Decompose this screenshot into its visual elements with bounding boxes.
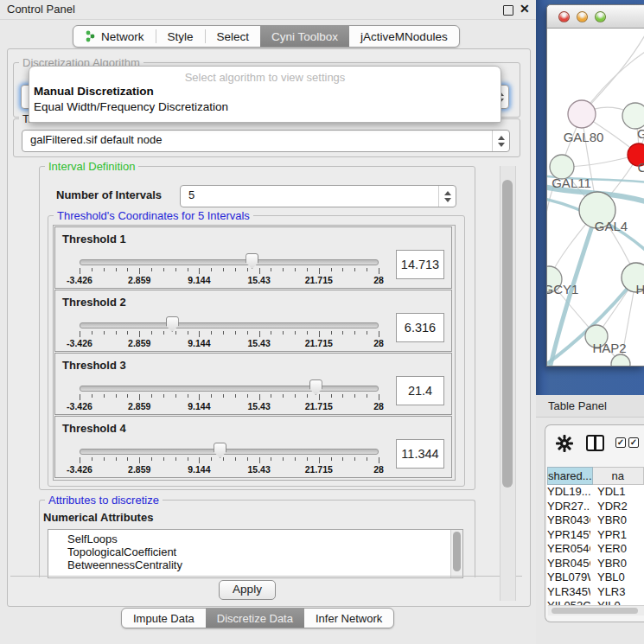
combo-spinner-icon[interactable]	[492, 131, 509, 151]
tick-label: 15.43	[247, 338, 270, 348]
threshold-value-field[interactable]: 14.713	[396, 250, 444, 279]
tick-mark	[342, 331, 343, 335]
split-columns-icon[interactable]	[586, 435, 604, 451]
zoom-traffic-light-icon[interactable]	[595, 11, 606, 22]
tick-label: 28	[373, 338, 384, 348]
list-scrollbar[interactable]	[450, 530, 462, 577]
close-traffic-light-icon[interactable]	[558, 11, 570, 22]
network-canvas[interactable]: GAL80G.CGAL11GAL4GCY1HHAP2	[547, 29, 644, 366]
group-title: Threshold's Coordinates for 5 Intervals	[54, 209, 253, 222]
threshold-value-field[interactable]: 11.344	[396, 439, 444, 469]
tick-mark	[271, 457, 271, 461]
tick-mark	[247, 394, 248, 398]
threshold-value-field[interactable]: 6.316	[396, 313, 444, 342]
table-data-combobox[interactable]: galFiltered.sif default node	[22, 130, 510, 152]
scrollbar-thumb[interactable]	[552, 608, 638, 614]
tick-mark	[295, 268, 296, 271]
tick-mark	[235, 457, 236, 461]
table-body: YDL19...YDL1YDR27...YDR2YBR043CYBR0YPR14…	[547, 485, 644, 605]
tab-impute-data[interactable]: Impute Data	[122, 609, 206, 628]
tab-style[interactable]: Style	[156, 26, 205, 47]
tick-mark	[188, 331, 188, 335]
list-item[interactable]: TopologicalCoefficient	[67, 545, 462, 558]
tick-mark	[259, 268, 260, 274]
table-horizontal-scrollbar[interactable]	[548, 605, 644, 615]
minimize-traffic-light-icon[interactable]	[577, 11, 588, 22]
threshold-slider[interactable]: -3.4262.8599.14415.4321.71528	[80, 290, 379, 351]
checkbox-icon[interactable]: ✓	[628, 437, 639, 448]
tick-mark	[151, 394, 152, 398]
table-row[interactable]: YLR345WYLR3	[547, 585, 644, 600]
table-row[interactable]: YBL079WYBL0	[547, 571, 644, 585]
slider-track[interactable]	[80, 322, 379, 328]
node-table: shared... na YDL19...YDL1YDR27...YDR2YBR…	[547, 467, 644, 605]
column-header-shared-name[interactable]: shared...	[547, 467, 593, 485]
tick-mark	[188, 268, 188, 271]
tick-mark	[331, 394, 332, 398]
scrollbar-thumb[interactable]	[453, 532, 461, 571]
popup-item-manual-discretization[interactable]: Manual Discretization	[29, 84, 501, 99]
table-row[interactable]: YDL19...YDL1	[547, 485, 644, 500]
threshold-value-field[interactable]: 21.4	[396, 376, 444, 405]
tick-mark	[235, 331, 236, 335]
table-row[interactable]: YPR145WYPR1	[547, 528, 644, 543]
numerical-attributes-list[interactable]: SelfLoopsTopologicalCoefficientBetweenne…	[48, 529, 463, 578]
panel-scrollbar[interactable]	[500, 166, 516, 601]
tab-discretize-data[interactable]: Discretize Data	[206, 609, 304, 628]
popup-item-equal-width-frequency[interactable]: Equal Width/Frequency Discretization	[29, 99, 501, 115]
tick-mark	[354, 457, 355, 461]
gear-icon[interactable]	[556, 435, 573, 452]
slider-thumb[interactable]	[166, 316, 179, 332]
tick-mark	[127, 394, 128, 398]
table-row[interactable]: YIL052CYIL0	[547, 599, 644, 605]
tick-mark	[367, 457, 367, 461]
tick-mark	[319, 457, 320, 463]
tick-mark	[175, 268, 176, 271]
tick-label: -3.426	[67, 275, 92, 285]
tick-label: 28	[373, 464, 384, 475]
tab-select[interactable]: Select	[206, 26, 261, 47]
close-icon[interactable]: ✕	[520, 2, 530, 16]
threshold-slider[interactable]: -3.4262.8599.14415.4321.71528	[80, 354, 379, 414]
node-label: G.	[637, 126, 644, 141]
slider-thumb[interactable]	[309, 379, 322, 395]
network-node[interactable]	[568, 100, 596, 128]
network-window[interactable]: GAL80G.CGAL11GAL4GCY1HHAP2	[546, 4, 644, 367]
slider-thumb[interactable]	[214, 443, 226, 458]
tick-label: -3.426	[67, 401, 92, 411]
list-item[interactable]: BetweennessCentrality	[67, 558, 462, 571]
tick-label: 15.43	[247, 464, 270, 475]
table-row[interactable]: YER054CYER0	[547, 542, 644, 557]
scrollbar-thumb[interactable]	[502, 180, 513, 488]
tick-label: 2.859	[128, 401, 150, 411]
numerical-attributes-label: Numerical Attributes	[43, 511, 153, 524]
number-of-intervals-combobox[interactable]: 5	[180, 185, 456, 207]
network-node[interactable]	[622, 103, 644, 129]
checkbox-icon[interactable]: ✓	[615, 437, 626, 448]
table-row[interactable]: YDR27...YDR2	[547, 500, 644, 514]
cell-shared-name: YDR27...	[547, 500, 590, 514]
tick-mark	[259, 394, 260, 400]
slider-thumb[interactable]	[245, 253, 258, 269]
tick-mark	[163, 457, 164, 461]
table-row[interactable]: YBR043CYBR0	[547, 513, 644, 528]
combo-spinner-icon[interactable]	[438, 186, 456, 207]
list-item[interactable]: SelfLoops	[67, 532, 462, 545]
tick-mark	[354, 394, 355, 398]
tab-jactivemnodules[interactable]: jActiveMNodules	[349, 26, 459, 47]
network-window-titlebar[interactable]	[547, 5, 644, 29]
threshold-slider[interactable]: -3.4262.8599.14415.4321.71528	[80, 417, 379, 477]
tick-mark	[151, 331, 152, 335]
apply-button[interactable]: Apply	[219, 580, 276, 600]
tab-network[interactable]: Network	[73, 26, 156, 47]
threshold-slider[interactable]: -3.4262.8599.14415.4321.71528	[80, 227, 379, 288]
slider-track[interactable]	[80, 259, 379, 265]
slider-track[interactable]	[80, 386, 379, 392]
tick-label: 28	[373, 275, 384, 285]
tab-cyni-toolbox[interactable]: Cyni Toolbox	[260, 26, 349, 47]
slider-track[interactable]	[80, 449, 379, 455]
table-row[interactable]: YBR045CYBR0	[547, 557, 644, 571]
column-header-name[interactable]: na	[593, 467, 644, 485]
float-window-icon[interactable]	[503, 5, 513, 16]
tab-infer-network[interactable]: Infer Network	[304, 609, 393, 628]
